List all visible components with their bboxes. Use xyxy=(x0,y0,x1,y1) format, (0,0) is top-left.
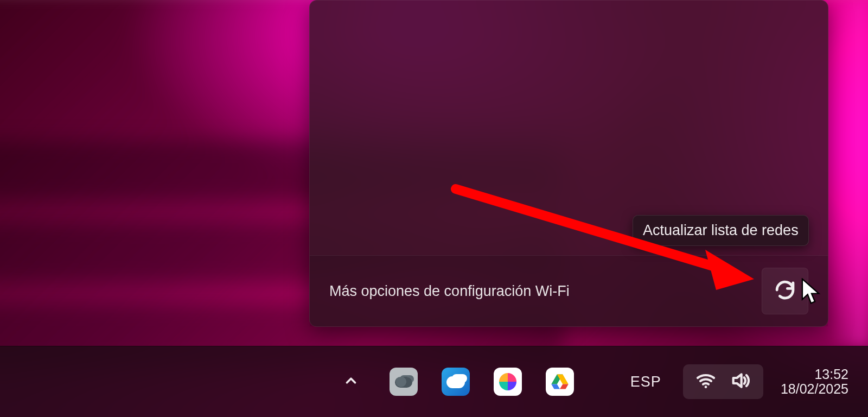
taskbar-clock[interactable]: 13:52 18/02/2025 xyxy=(777,367,852,397)
svg-point-2 xyxy=(705,386,707,388)
refresh-icon xyxy=(774,279,796,304)
wifi-flyout-footer: Más opciones de configuración Wi-Fi xyxy=(310,255,828,326)
wifi-icon xyxy=(695,370,717,394)
tray-overflow-button[interactable] xyxy=(336,367,366,396)
more-wifi-settings-link[interactable]: Más opciones de configuración Wi-Fi xyxy=(329,283,570,300)
onedrive-personal-tray[interactable] xyxy=(390,368,418,396)
volume-icon xyxy=(730,370,751,394)
google-drive-tray[interactable] xyxy=(546,368,574,396)
refresh-tooltip: Actualizar lista de redes xyxy=(633,215,809,246)
network-volume-pill[interactable] xyxy=(683,364,763,399)
language-indicator[interactable]: ESP xyxy=(623,374,669,390)
onedrive-work-tray[interactable] xyxy=(442,368,470,396)
copilot-tray[interactable] xyxy=(494,368,522,396)
clock-date: 18/02/2025 xyxy=(781,382,848,397)
refresh-networks-button[interactable] xyxy=(762,268,808,314)
wifi-flyout: Más opciones de configuración Wi-Fi xyxy=(309,0,828,327)
taskbar: ESP 13:52 18/02/2025 xyxy=(0,346,868,417)
desktop: Más opciones de configuración Wi-Fi Actu… xyxy=(0,0,868,417)
taskbar-tray-left xyxy=(0,367,574,396)
clock-time: 13:52 xyxy=(814,367,848,382)
chevron-up-icon xyxy=(343,372,359,391)
taskbar-tray-right: ESP 13:52 18/02/2025 xyxy=(623,364,868,399)
